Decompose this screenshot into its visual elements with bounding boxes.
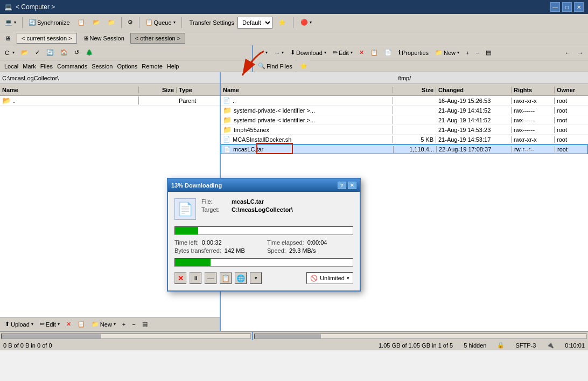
- network-btn[interactable]: 🌐: [235, 272, 247, 284]
- cancel-transfer-btn[interactable]: ✕: [174, 272, 186, 284]
- bytes-value: 142 MB: [225, 247, 245, 254]
- download-dialog: 13% Downloading ? ✕ 📄 File: mcasLC.tar T…: [167, 178, 361, 292]
- pause-btn[interactable]: ⏸: [190, 272, 201, 284]
- file-field-row: File: mcasLC.tar: [201, 198, 353, 205]
- speed-value: 29.3 MB/s: [289, 247, 316, 254]
- dialog-close-btn[interactable]: ✕: [348, 182, 356, 189]
- time-elapsed-row: Time elapsed: 0:00:04: [267, 239, 353, 246]
- dialog-file-icon: 📄: [174, 198, 196, 220]
- dialog-overlay: 13% Downloading ? ✕ 📄 File: mcasLC.tar T…: [0, 0, 588, 381]
- time-left-value: 0:00:32: [202, 239, 222, 246]
- bytes-label: Bytes transferred:: [174, 247, 221, 254]
- dialog-stats: Time left: 0:00:32 Time elapsed: 0:00:04…: [174, 239, 353, 254]
- progress-fill-2: [175, 259, 211, 266]
- time-elapsed-label: Time elapsed:: [267, 239, 304, 246]
- speed-limit-btn[interactable]: 🚫 Unlimited ▾: [306, 272, 353, 284]
- dialog-info-row: 📄 File: mcasLC.tar Target: C:\mcasLogCol…: [174, 198, 353, 220]
- target-value: C:\mcasLogCollector\: [232, 206, 293, 213]
- time-left-label: Time left:: [174, 239, 199, 246]
- time-elapsed-value: 0:00:04: [307, 239, 327, 246]
- time-left-row: Time left: 0:00:32: [174, 239, 261, 246]
- network-arrow[interactable]: ▾: [250, 272, 262, 284]
- copy-btn-dlg[interactable]: 📋: [220, 272, 232, 284]
- speed-label: Speed:: [267, 247, 286, 254]
- speed-limit-icon: 🚫: [310, 275, 318, 282]
- dialog-help-btn[interactable]: ?: [338, 182, 346, 189]
- dialog-body: 📄 File: mcasLC.tar Target: C:\mcasLogCol…: [168, 192, 360, 290]
- speed-limit-label: Unlimited: [320, 275, 345, 281]
- speed-row: Speed: 29.3 MB/s: [267, 247, 353, 254]
- file-value: mcasLC.tar: [232, 198, 264, 205]
- file-label: File:: [201, 198, 228, 205]
- minimize-transfer-btn[interactable]: —: [205, 272, 216, 284]
- dialog-actions: ✕ ⏸ — 📋 🌐 ▾ 🚫 Unlimited ▾: [174, 272, 353, 284]
- progress-bar-2: [174, 258, 353, 267]
- target-field-row: Target: C:\mcasLogCollector\: [201, 206, 353, 213]
- dialog-title: 13% Downloading: [171, 182, 222, 189]
- bytes-row: Bytes transferred: 142 MB: [174, 247, 261, 254]
- dialog-fields: File: mcasLC.tar Target: C:\mcasLogColle…: [201, 198, 353, 214]
- progress-bar-1: [174, 226, 353, 235]
- progress-fill-1: [175, 227, 198, 234]
- target-label: Target:: [201, 206, 228, 213]
- speed-limit-arrow: ▾: [347, 275, 349, 281]
- dialog-title-bar: 13% Downloading ? ✕: [168, 179, 360, 192]
